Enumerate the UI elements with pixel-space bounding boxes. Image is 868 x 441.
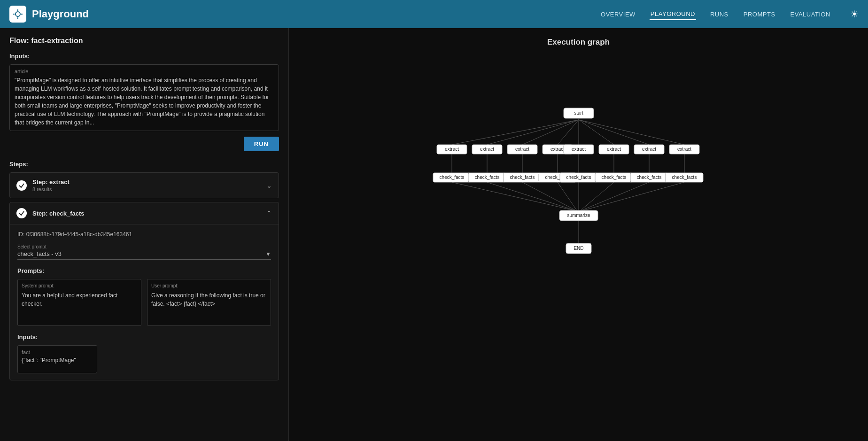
svg-line-22 xyxy=(581,182,614,210)
right-panel: Execution graph xyxy=(289,28,868,441)
svg-text:check_facts: check_facts xyxy=(510,175,535,180)
step-check-facts-info: Step: check_facts xyxy=(32,210,85,217)
nav-overview[interactable]: OVERVIEW xyxy=(600,9,636,20)
svg-line-23 xyxy=(581,182,649,210)
main-content: Flow: fact-extraction Inputs: article "P… xyxy=(0,28,868,441)
nav-evaluation[interactable]: EVALUATION xyxy=(790,9,831,20)
svg-line-1 xyxy=(452,120,579,145)
svg-text:extract: extract xyxy=(444,147,458,152)
select-prompt-label: Select prompt xyxy=(17,244,271,249)
step-extract-name: Step: extract xyxy=(32,178,70,186)
run-button[interactable]: RUN xyxy=(244,137,279,151)
svg-text:END: END xyxy=(574,246,583,251)
logo-icon xyxy=(9,6,26,23)
flow-title: Flow: fact-extraction xyxy=(9,37,279,45)
article-input-text[interactable]: "PromptMage" is designed to offer an int… xyxy=(15,76,274,127)
select-prompt-dropdown-icon: ▼ xyxy=(265,251,271,257)
svg-text:extract: extract xyxy=(677,147,691,152)
step-check-facts-header[interactable]: Step: check_facts ⌃ xyxy=(10,202,279,224)
extract-check-icon xyxy=(16,180,27,191)
user-prompt-text[interactable]: Give a reasoning if the following fact i… xyxy=(151,291,267,308)
step-check-facts-name: Step: check_facts xyxy=(32,210,85,217)
svg-line-6 xyxy=(579,120,614,145)
svg-line-17 xyxy=(452,182,574,210)
step-check-facts-body: ID: 0f30688b-179d-4445-a18c-db345e163461… xyxy=(10,224,279,380)
article-input-label: article xyxy=(15,69,274,74)
svg-text:extract: extract xyxy=(515,147,529,152)
svg-text:extract: extract xyxy=(571,147,585,152)
svg-line-3 xyxy=(522,120,579,145)
svg-text:check_facts: check_facts xyxy=(636,175,661,180)
svg-text:start: start xyxy=(574,110,583,116)
svg-text:extract: extract xyxy=(606,147,620,152)
article-input-container: article "PromptMage" is designed to offe… xyxy=(9,64,279,131)
svg-text:check_facts: check_facts xyxy=(439,175,464,180)
user-prompt-box: User prompt: Give a reasoning if the fol… xyxy=(147,279,271,326)
steps-label: Steps: xyxy=(9,161,279,168)
svg-line-20 xyxy=(558,182,577,210)
step-check-facts-left: Step: check_facts xyxy=(16,208,85,218)
svg-line-24 xyxy=(583,182,684,210)
svg-point-0 xyxy=(16,12,20,16)
left-panel: Flow: fact-extraction Inputs: article "P… xyxy=(0,28,289,441)
nav-playground[interactable]: PLAYGROUND xyxy=(650,8,696,20)
graph-area: start extract extract extract extract ex… xyxy=(298,61,859,432)
svg-text:check_facts: check_facts xyxy=(474,175,499,180)
step-extract-left: Step: extract 8 results xyxy=(16,178,70,192)
svg-text:summarize: summarize xyxy=(567,213,590,218)
svg-text:extract: extract xyxy=(480,147,494,152)
svg-text:extract: extract xyxy=(642,147,656,152)
fact-input-label: fact xyxy=(22,349,93,355)
step-extract-meta: 8 results xyxy=(32,186,70,192)
fact-input-text[interactable]: {"fact": "PromptMage" xyxy=(22,357,93,364)
fact-input-box: fact {"fact": "PromptMage" xyxy=(17,345,97,373)
check-facts-check-icon xyxy=(16,208,27,218)
system-prompt-box: System prompt: You are a helpful and exp… xyxy=(17,279,141,326)
svg-text:check_facts: check_facts xyxy=(566,175,591,180)
step-check-facts-chevron: ⌃ xyxy=(266,209,272,217)
step-extract-card: Step: extract 8 results ⌄ xyxy=(9,172,279,198)
header: Playground OVERVIEW PLAYGROUND RUNS PROM… xyxy=(0,0,868,28)
system-prompt-text[interactable]: You are a helpful and experienced fact c… xyxy=(22,291,137,308)
svg-line-8 xyxy=(579,120,684,145)
svg-line-18 xyxy=(487,182,575,210)
inputs-section-label: Inputs: xyxy=(17,333,271,340)
nav-runs[interactable]: RUNS xyxy=(709,9,729,20)
system-prompt-label: System prompt: xyxy=(22,283,137,288)
step-id: ID: 0f30688b-179d-4445-a18c-db345e163461 xyxy=(17,231,271,238)
user-prompt-label: User prompt: xyxy=(151,283,267,288)
step-extract-chevron: ⌄ xyxy=(266,182,272,189)
select-prompt-value: check_facts - v3 xyxy=(17,250,263,257)
svg-text:check_facts: check_facts xyxy=(601,175,626,180)
prompts-row: System prompt: You are a helpful and exp… xyxy=(17,279,271,326)
svg-line-7 xyxy=(579,120,649,145)
prompts-label: Prompts: xyxy=(17,267,271,274)
select-prompt-row[interactable]: check_facts - v3 ▼ xyxy=(17,250,271,260)
theme-toggle-icon[interactable]: ☀ xyxy=(850,8,859,20)
app-title: Playground xyxy=(32,8,89,20)
main-nav: OVERVIEW PLAYGROUND RUNS PROMPTS EVALUAT… xyxy=(600,8,859,20)
graph-title: Execution graph xyxy=(547,38,610,47)
step-extract-info: Step: extract 8 results xyxy=(32,178,70,192)
execution-graph-svg: start extract extract extract extract ex… xyxy=(414,61,743,324)
nav-prompts[interactable]: PROMPTS xyxy=(743,9,776,20)
svg-text:extract: extract xyxy=(550,147,564,152)
step-check-facts-card: Step: check_facts ⌃ ID: 0f30688b-179d-44… xyxy=(9,202,279,380)
header-left: Playground xyxy=(9,6,89,23)
svg-text:check_facts: check_facts xyxy=(672,175,697,180)
step-extract-header[interactable]: Step: extract 8 results ⌄ xyxy=(10,173,279,198)
svg-line-2 xyxy=(487,120,579,145)
run-row: RUN xyxy=(9,137,279,151)
inputs-label: Inputs: xyxy=(9,53,279,60)
